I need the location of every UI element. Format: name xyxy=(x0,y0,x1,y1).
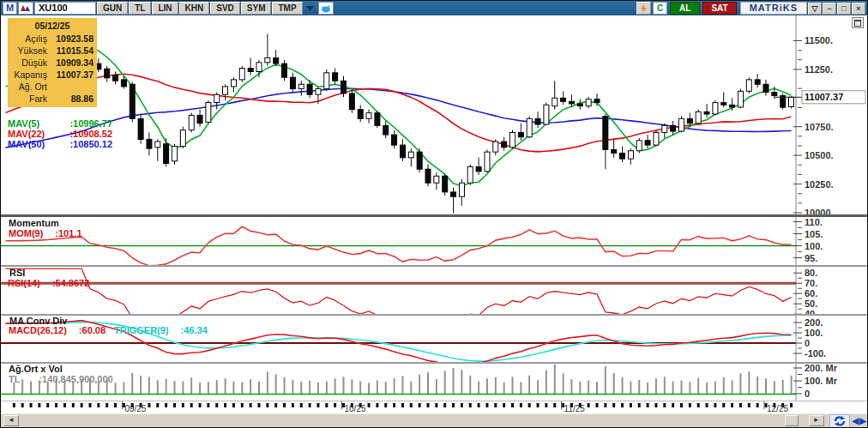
quote-row: Fark88.86 xyxy=(11,93,93,105)
svg-text:40.: 40. xyxy=(805,309,817,314)
volume-panel[interactable]: 200. Mr100. Mr0 Ağ.Ort x Vol TL:140,845,… xyxy=(1,364,867,401)
quote-date: 05/12/25 xyxy=(11,20,93,33)
svg-text:100.: 100. xyxy=(805,241,823,251)
macd-canvas[interactable]: 200.100.0-100. xyxy=(1,316,867,362)
svg-text:11007.37: 11007.37 xyxy=(805,92,843,102)
svg-text:10500.: 10500. xyxy=(805,150,834,160)
rsi-series-label: RSI(14):54.8672 xyxy=(8,278,89,288)
chart-body: 11500.11250.10750.10500.10250.10000.1100… xyxy=(1,15,867,427)
svg-text:11500.: 11500. xyxy=(805,35,833,45)
svg-text:0: 0 xyxy=(805,389,810,399)
volume-title: Ağ.Ort x Vol xyxy=(9,364,63,374)
svg-text:10/25: 10/25 xyxy=(345,404,366,413)
scroll-left-button[interactable]: ◄ xyxy=(3,415,19,426)
svg-text:110.: 110. xyxy=(805,217,823,227)
rsi-panel[interactable]: 80.70.60.50.40. RSI RSI(14):54.8672 xyxy=(1,267,867,314)
svg-text:100. Mr: 100. Mr xyxy=(805,376,838,386)
svg-text:80.: 80. xyxy=(805,268,817,278)
price-chart-canvas[interactable]: 11500.11250.10750.10500.10250.10000.1100… xyxy=(1,15,867,214)
svg-text:11/25: 11/25 xyxy=(564,404,586,413)
svg-text:200. Mr: 200. Mr xyxy=(805,364,838,373)
svg-text:70.: 70. xyxy=(805,278,817,288)
svg-text:95.: 95. xyxy=(805,253,817,263)
volume-canvas[interactable]: 200. Mr100. Mr0 xyxy=(1,364,867,401)
maximize-button[interactable]: □ xyxy=(837,3,851,15)
toolbar-button-lin[interactable]: LIN xyxy=(152,2,178,15)
close-button[interactable]: × xyxy=(852,3,865,15)
quote-row: Açılış10923.58 xyxy=(11,33,93,45)
svg-text:50.: 50. xyxy=(805,298,817,309)
buy-button[interactable]: AL xyxy=(670,2,700,15)
momentum-series-label: MOM(9):101.1 xyxy=(9,228,82,238)
svg-text:105.: 105. xyxy=(805,229,823,239)
svg-text:09/25: 09/25 xyxy=(124,404,146,413)
matriks-chart-window: M XU100 GUNTLLINKHNSVDSYMTMP xyxy=(0,0,868,428)
twitter-icon[interactable] xyxy=(318,2,334,15)
mav-legend: MAV(5):10996.77MAV(22):10908.52MAV(50):1… xyxy=(8,118,112,149)
mav-label: MAV(5):10996.77 xyxy=(8,118,112,129)
svg-text:100.: 100. xyxy=(805,328,823,338)
svg-text:-100.: -100. xyxy=(805,348,826,359)
chevron-glyph xyxy=(306,6,314,11)
mav-label: MAV(50):10850.12 xyxy=(8,139,112,149)
volume-series-label: TL:140,845,900,000 xyxy=(9,374,113,384)
svg-text:200.: 200. xyxy=(805,317,823,328)
time-axis[interactable]: 09/2510/2511/2512/25 xyxy=(1,401,867,413)
quote-rows: Açılış10923.58Yüksek11015.54Düşük10909.3… xyxy=(11,33,93,105)
svg-text:10250.: 10250. xyxy=(805,179,834,190)
quote-row: Ağ. Ort xyxy=(11,81,93,93)
toolbar-button-gun[interactable]: GUN xyxy=(97,2,128,15)
next-icon[interactable]: ▶ xyxy=(859,416,866,426)
minimize-button[interactable]: – xyxy=(823,3,836,15)
momentum-panel[interactable]: 110.105.100.95. Momentum MOM(9):101.1 xyxy=(1,217,867,265)
rsi-canvas[interactable]: 80.70.60.50.40. xyxy=(1,267,867,314)
svg-text:11250.: 11250. xyxy=(805,64,833,75)
brand-logo: MATRiKS xyxy=(740,2,807,15)
momentum-canvas[interactable]: 110.105.100.95. xyxy=(1,217,867,265)
rsi-title: RSI xyxy=(9,268,25,278)
titlebar: M XU100 GUNTLLINKHNSVDSYMTMP xyxy=(1,1,867,15)
panel-restore-icon[interactable] xyxy=(852,17,864,28)
macd-trigger-label: TRIGGER(9):46.34 xyxy=(114,325,208,335)
mav-label: MAV(22):10908.52 xyxy=(8,129,112,139)
bull-bear-icon[interactable] xyxy=(18,2,33,15)
svg-text:60.: 60. xyxy=(805,288,817,298)
twitter-glyph xyxy=(321,4,331,13)
scrollbar-thumb[interactable] xyxy=(785,415,799,426)
toolbar-button-khn[interactable]: KHN xyxy=(179,2,210,15)
horizontal-scrollbar[interactable]: ◄ ► ◀ ▶ xyxy=(1,413,867,427)
price-chart-panel[interactable]: 11500.11250.10750.10500.10250.10000.1100… xyxy=(1,15,867,214)
window-dropdown-icon[interactable]: ▽ xyxy=(808,3,822,15)
quote-row: Düşük10909.34 xyxy=(11,57,93,69)
bull-bear-glyph xyxy=(21,4,31,12)
c-button[interactable]: C xyxy=(653,2,667,15)
refresh-icon[interactable] xyxy=(829,414,850,428)
lightning-icon[interactable] xyxy=(636,2,651,15)
quote-info-box: 05/12/25 Açılış10923.58Yüksek11015.54Düş… xyxy=(8,18,97,107)
sell-button[interactable]: SAT xyxy=(702,2,736,15)
svg-text:10000.: 10000. xyxy=(805,208,834,214)
macd-panel[interactable]: 200.100.0-100. MA Conv Div MACD(26,12):6… xyxy=(1,316,867,362)
toolbar-button-sym[interactable]: SYM xyxy=(241,2,272,15)
svg-text:10750.: 10750. xyxy=(805,122,834,132)
prev-icon[interactable]: ◀ xyxy=(853,416,859,426)
lightning-glyph xyxy=(641,4,647,13)
symbol-input[interactable]: XU100 xyxy=(34,2,96,15)
quote-row: Yüksek11015.54 xyxy=(11,45,93,57)
chevron-down-icon[interactable] xyxy=(304,3,316,14)
scroll-right-button[interactable]: ► xyxy=(809,415,824,426)
toolbar-button-tmp[interactable]: TMP xyxy=(272,2,302,15)
macd-series-label: MACD(26,12):60.08 xyxy=(9,325,105,335)
svg-text:12/25: 12/25 xyxy=(767,404,788,413)
time-axis-canvas: 09/2510/2511/2512/25 xyxy=(1,401,867,413)
toolbar-button-tl[interactable]: TL xyxy=(129,2,151,15)
momentum-title: Momentum xyxy=(9,218,59,228)
svg-text:0: 0 xyxy=(805,338,810,348)
toolbar-buttons: GUNTLLINKHNSVDSYMTMP xyxy=(96,2,303,15)
menu-m-icon[interactable]: M xyxy=(3,2,17,15)
toolbar-button-svd[interactable]: SVD xyxy=(210,2,240,15)
refresh-glyph xyxy=(834,416,846,426)
quote-row: Kapanış11007.37 xyxy=(11,69,93,81)
